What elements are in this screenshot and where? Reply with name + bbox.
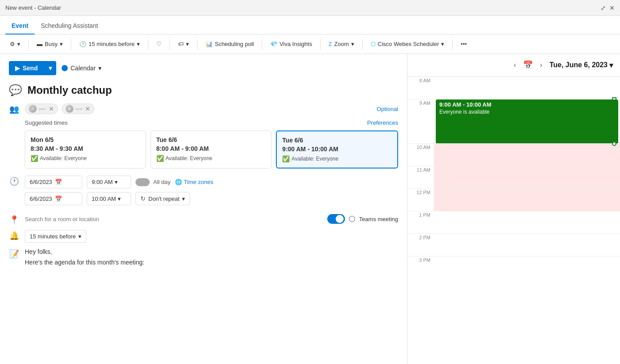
reminder-button[interactable]: 🕐 15 minutes before ▾ — [75, 38, 144, 50]
card-date-0: Mon 6/5 — [31, 136, 140, 143]
location-icon: 📍 — [9, 215, 19, 225]
calendar-date-title: Tue, June 6, 2023 ▾ — [550, 61, 613, 69]
cal-row-10am: 10 AM — [407, 143, 620, 166]
busy-chevron: ▾ — [60, 41, 63, 47]
end-date-value: 6/6/2023 — [30, 195, 52, 202]
busy-button[interactable]: ▬ Busy ▾ — [32, 38, 67, 50]
separator-1 — [28, 39, 29, 50]
avail-icon-1: ✅ — [156, 155, 164, 162]
time-label-11am: 11 AM — [407, 166, 434, 188]
calendar-grid[interactable]: 8 AM 9 AM 9:00 AM - 10:00 AM Everyone is… — [407, 77, 620, 364]
attendee-chip-1[interactable]: A ····· ✕ — [25, 103, 58, 114]
repeat-label: Don't repeat — [148, 195, 179, 202]
reminder-select[interactable]: 15 minutes before ▾ — [25, 230, 86, 243]
event-block-subtitle: Everyone is available — [439, 109, 615, 115]
next-button[interactable]: › — [536, 59, 546, 71]
suggested-times-header: Suggested times Preferences — [25, 119, 398, 126]
attendee-chip-2[interactable]: B ····· ✕ — [62, 103, 95, 114]
card-avail-2: ✅ Available: Everyone — [282, 155, 392, 162]
suggested-times-section: Suggested times Preferences Mon 6/5 8:30… — [25, 119, 398, 169]
tab-scheduling-assistant[interactable]: Scheduling Assistant — [35, 18, 104, 34]
cal-cell-11am — [434, 166, 620, 188]
send-button[interactable]: ▶ Send ▾ — [9, 61, 56, 75]
cal-cell-10am — [434, 144, 620, 166]
start-date-field[interactable]: 6/6/2023 📅 — [25, 176, 82, 188]
time-card-2[interactable]: Tue 6/6 9:00 AM - 10:00 AM ✅ Available: … — [276, 130, 398, 169]
cal-cell-9am: 9:00 AM - 10:00 AM Everyone is available — [434, 100, 620, 143]
avail-icon-2: ✅ — [282, 155, 290, 162]
tags-chevron: ▾ — [186, 41, 189, 47]
clock-icon: 🕐 — [79, 41, 86, 47]
optional-link[interactable]: Optional — [377, 106, 398, 112]
title-bar: New event - Calendar ⤢ ✕ — [0, 0, 620, 16]
end-calendar-icon: 📅 — [55, 195, 62, 202]
remove-attendee-1[interactable]: ✕ — [49, 105, 54, 112]
body-content: Hey folks, Here's the agenda for this mo… — [25, 248, 398, 266]
end-time-select[interactable]: 10:00 AM ▾ — [87, 192, 131, 205]
send-icon: ▶ — [15, 65, 20, 72]
cal-row-11am: 11 AM — [407, 166, 620, 188]
start-time-select[interactable]: 9:00 AM ▾ — [87, 176, 131, 188]
calendar-picker-icon: 📅 — [55, 179, 62, 185]
reminder-content: 15 minutes before ▾ — [25, 230, 398, 243]
reminder-chevron: ▾ — [78, 233, 81, 240]
card-time-2: 9:00 AM - 10:00 AM — [282, 146, 392, 153]
event-title-input[interactable]: Monthly catchup — [27, 84, 398, 96]
teams-switch[interactable] — [327, 214, 345, 224]
remove-attendee-2[interactable]: ✕ — [85, 105, 90, 112]
time-label-9am: 9 AM — [407, 100, 434, 143]
zoom-button[interactable]: Z Zoom ▾ — [324, 38, 359, 50]
end-date-field[interactable]: 6/6/2023 📅 — [25, 192, 82, 205]
calendar-selector[interactable]: Calendar ▾ — [62, 65, 101, 72]
more-button[interactable]: ••• — [456, 38, 471, 50]
end-time-chevron: ▾ — [118, 195, 121, 202]
calendar-chevron: ▾ — [98, 65, 101, 72]
tab-event[interactable]: Event — [5, 18, 35, 34]
cisco-button[interactable]: ⬡ Cisco Webex Scheduler ▾ — [366, 38, 449, 50]
time-card-0[interactable]: Mon 6/5 8:30 AM - 9:30 AM ✅ Available: E… — [25, 130, 146, 169]
end-row: 6/6/2023 📅 10:00 AM ▾ ↻ Don't repeat ▾ — [25, 192, 398, 205]
start-datetime-row: 🕐 6/6/2023 📅 9:00 AM ▾ All day — [9, 176, 398, 209]
allday-switch[interactable] — [136, 178, 150, 186]
event-block[interactable]: 9:00 AM - 10:00 AM Everyone is available — [436, 100, 618, 144]
toolbar: ⚙ ▾ ▬ Busy ▾ 🕐 15 minutes before ▾ ♡ 🏷 ▾… — [0, 34, 620, 54]
all-day-toggle[interactable]: All day — [136, 178, 170, 186]
card-time-1: 8:00 AM - 9:00 AM — [156, 145, 266, 152]
zoom-icon: Z — [329, 41, 332, 47]
attendee-label-2: ····· — [75, 106, 83, 112]
cal-row-9am: 9 AM 9:00 AM - 10:00 AM Everyone is avai… — [407, 99, 620, 143]
tags-button[interactable]: 🏷 ▾ — [174, 38, 194, 50]
maximize-icon[interactable]: ⤢ — [601, 4, 606, 11]
card-date-1: Tue 6/6 — [156, 136, 266, 143]
viva-insights-button[interactable]: 💎 Viva Insights — [266, 38, 316, 50]
location-content: ⬡ Teams meeting — [25, 214, 398, 224]
zoom-chevron: ▾ — [351, 41, 354, 47]
event-block-title: 9:00 AM - 10:00 AM — [439, 101, 615, 108]
tag-icon: 🏷 — [178, 41, 184, 47]
reminder-section: 🔔 15 minutes before ▾ — [9, 230, 398, 243]
options-chevron: ▾ — [17, 41, 20, 47]
separator-7 — [320, 39, 321, 50]
teams-toggle[interactable]: ⬡ Teams meeting — [327, 214, 398, 224]
send-arrow[interactable]: ▾ — [44, 61, 56, 75]
prev-button[interactable]: ‹ — [510, 59, 519, 71]
time-card-1[interactable]: Tue 6/6 8:00 AM - 9:00 AM ✅ Available: E… — [151, 130, 272, 169]
location-input[interactable] — [25, 216, 323, 222]
cal-row-3pm: 3 PM — [407, 256, 620, 279]
suggested-times-label: Suggested times — [25, 119, 68, 126]
preferences-link[interactable]: Preferences — [367, 119, 398, 126]
cisco-icon: ⬡ — [371, 41, 376, 47]
avail-icon-0: ✅ — [31, 155, 38, 162]
today-button[interactable]: 📅 — [523, 60, 533, 70]
categories-button[interactable]: ♡ — [152, 38, 166, 50]
cal-row-2pm: 2 PM — [407, 234, 620, 256]
window-controls[interactable]: ⤢ ✕ — [601, 4, 615, 11]
timezone-link[interactable]: 🌐 Time zones — [175, 179, 213, 185]
viva-icon: 💎 — [270, 41, 277, 47]
cal-cell-2pm — [434, 234, 620, 256]
options-button[interactable]: ⚙ ▾ — [5, 38, 25, 50]
scheduling-poll-button[interactable]: 📊 Scheduling poll — [201, 38, 258, 50]
close-icon[interactable]: ✕ — [609, 4, 615, 11]
repeat-select[interactable]: ↻ Don't repeat ▾ — [136, 192, 190, 205]
send-button-main[interactable]: ▶ Send — [9, 61, 44, 75]
